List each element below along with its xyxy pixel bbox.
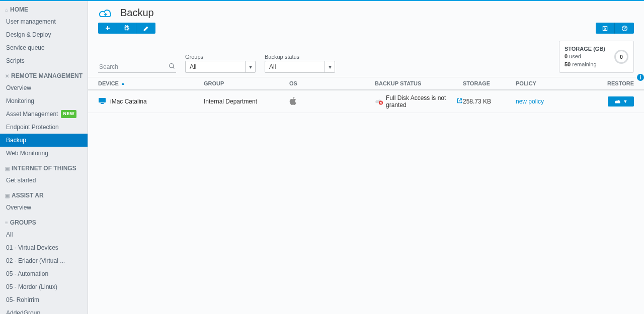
col-header-os[interactable]: OS bbox=[289, 80, 375, 86]
storage-used: 0 used bbox=[565, 53, 605, 60]
apple-icon bbox=[289, 97, 296, 105]
sidebar-item-group[interactable]: 05 - Mordor (Linux) bbox=[0, 280, 88, 293]
search-input[interactable] bbox=[98, 61, 176, 73]
sidebar-heading-assist-ar[interactable]: ▣ ASSIST AR bbox=[0, 190, 88, 201]
table-header: DEVICE ▲ GROUP OS BACKUP STATUS STORAGE … bbox=[88, 77, 644, 90]
sidebar-item-group[interactable]: 01 - Virtual Devices bbox=[0, 241, 88, 254]
sidebar-item-design-deploy[interactable]: Design & Deploy bbox=[0, 28, 88, 41]
sidebar-item-get-started[interactable]: Get started bbox=[0, 174, 88, 187]
col-header-backup-status[interactable]: BACKUP STATUS bbox=[375, 80, 463, 86]
svg-rect-3 bbox=[99, 98, 106, 102]
sidebar-item-group[interactable]: 02 - Eriador (Virtual ... bbox=[0, 254, 88, 267]
search-wrap bbox=[98, 61, 176, 73]
add-button[interactable] bbox=[98, 23, 117, 34]
sidebar-item-monitoring[interactable]: Monitoring bbox=[0, 94, 88, 108]
page-header: Backup bbox=[88, 1, 644, 23]
sidebar-heading-label: ASSIST AR bbox=[12, 192, 44, 199]
sidebar-item-service-queue[interactable]: Service queue bbox=[0, 41, 88, 54]
status-text: Full Disk Access is not granted bbox=[386, 94, 453, 109]
sidebar-item-overview[interactable]: Overview bbox=[0, 81, 88, 94]
sidebar-item-user-management[interactable]: User management bbox=[0, 15, 88, 28]
chevron-down-icon: ▼ bbox=[623, 99, 628, 104]
page-title: Backup bbox=[120, 7, 154, 19]
groups-select[interactable]: All ▾ bbox=[185, 61, 256, 73]
sidebar-item-group[interactable]: 05 - Automation bbox=[0, 267, 88, 280]
col-header-storage[interactable]: STORAGE bbox=[463, 80, 516, 86]
storage-card: STORAGE (GB) 0 used 50 remaining 0 bbox=[559, 41, 634, 73]
sidebar-heading-label: HOME bbox=[10, 6, 28, 13]
new-badge: NEW bbox=[61, 110, 76, 118]
sidebar-heading-groups[interactable]: ≡ GROUPS bbox=[0, 217, 88, 228]
device-name: iMac Catalina bbox=[110, 98, 147, 105]
sidebar-item-asset-management[interactable]: Asset Management NEW bbox=[0, 108, 88, 121]
sidebar-item-group[interactable]: 05- Rohirrim bbox=[0, 293, 88, 306]
col-header-group[interactable]: GROUP bbox=[204, 80, 289, 86]
monitor-icon bbox=[98, 97, 106, 106]
sidebar-heading-label: GROUPS bbox=[10, 219, 36, 226]
sidebar-heading-label: REMOTE MANAGEMENT bbox=[11, 72, 83, 79]
device-os bbox=[289, 97, 375, 107]
error-icon bbox=[375, 98, 383, 105]
device-group: Internal Department bbox=[204, 98, 289, 105]
chevron-down-icon: ▾ bbox=[325, 61, 335, 72]
backup-cloud-icon bbox=[98, 8, 113, 19]
sidebar-item-scripts[interactable]: Scripts bbox=[0, 54, 88, 67]
edit-button[interactable] bbox=[136, 23, 155, 34]
sidebar-heading-remote-management[interactable]: ✕ REMOTE MANAGEMENT bbox=[0, 70, 88, 81]
sidebar-item-web-monitoring[interactable]: Web Monitoring bbox=[0, 147, 88, 160]
toolbar-right-group bbox=[596, 23, 634, 34]
filters-row: Groups All ▾ Backup status All ▾ STORAGE… bbox=[88, 39, 644, 77]
restore-button[interactable]: ▼ bbox=[608, 96, 634, 107]
storage-remaining: 50 remaining bbox=[565, 61, 605, 68]
main-content: Backup bbox=[88, 1, 644, 314]
search-icon[interactable] bbox=[169, 63, 175, 71]
sidebar-heading-iot[interactable]: ▣ INTERNET OF THINGS bbox=[0, 163, 88, 174]
svg-point-2 bbox=[170, 64, 174, 68]
device-storage: 258.73 KB bbox=[463, 98, 516, 105]
policy-link[interactable]: new policy bbox=[516, 98, 544, 105]
export-button[interactable] bbox=[596, 23, 615, 34]
chevron-down-icon: ▾ bbox=[245, 61, 255, 72]
sidebar-item-endpoint-protection[interactable]: Endpoint Protection bbox=[0, 121, 88, 134]
toolbar bbox=[88, 23, 644, 39]
settings-button[interactable] bbox=[117, 23, 136, 34]
sidebar-item-group-all[interactable]: All bbox=[0, 228, 88, 241]
table-row[interactable]: iMac Catalina Internal Department Full D… bbox=[88, 90, 644, 113]
status-filter: Backup status All ▾ bbox=[265, 54, 335, 73]
help-button[interactable] bbox=[615, 23, 634, 34]
iot-icon: ▣ bbox=[5, 166, 10, 171]
groups-filter: Groups All ▾ bbox=[185, 54, 256, 73]
storage-gauge: 0 bbox=[614, 50, 628, 64]
ar-icon: ▣ bbox=[5, 193, 10, 198]
toolbar-left-group bbox=[98, 23, 155, 34]
groups-icon: ≡ bbox=[5, 220, 8, 226]
status-filter-label: Backup status bbox=[265, 54, 335, 60]
groups-filter-label: Groups bbox=[185, 54, 256, 60]
home-icon: ⌂ bbox=[5, 7, 8, 13]
sidebar-item-group[interactable]: AddedGroup bbox=[0, 306, 88, 314]
info-icon[interactable]: i bbox=[637, 74, 644, 81]
sidebar-item-ar-overview[interactable]: Overview bbox=[0, 201, 88, 214]
sort-asc-icon: ▲ bbox=[121, 81, 125, 86]
col-header-device[interactable]: DEVICE ▲ bbox=[98, 80, 204, 86]
svg-rect-4 bbox=[101, 103, 104, 104]
sidebar-item-backup[interactable]: Backup bbox=[0, 134, 88, 147]
col-header-restore[interactable]: RESTORE bbox=[604, 80, 634, 86]
storage-title: STORAGE (GB) bbox=[565, 45, 605, 53]
remote-icon: ✕ bbox=[5, 73, 9, 79]
sidebar-heading-label: INTERNET OF THINGS bbox=[12, 165, 76, 172]
sidebar-heading-home[interactable]: ⌂ HOME bbox=[0, 4, 88, 15]
status-select[interactable]: All ▾ bbox=[265, 61, 335, 73]
col-header-policy[interactable]: POLICY bbox=[516, 80, 599, 86]
sidebar: ⌂ HOME User management Design & Deploy S… bbox=[0, 1, 88, 314]
external-link-icon[interactable] bbox=[456, 97, 463, 106]
